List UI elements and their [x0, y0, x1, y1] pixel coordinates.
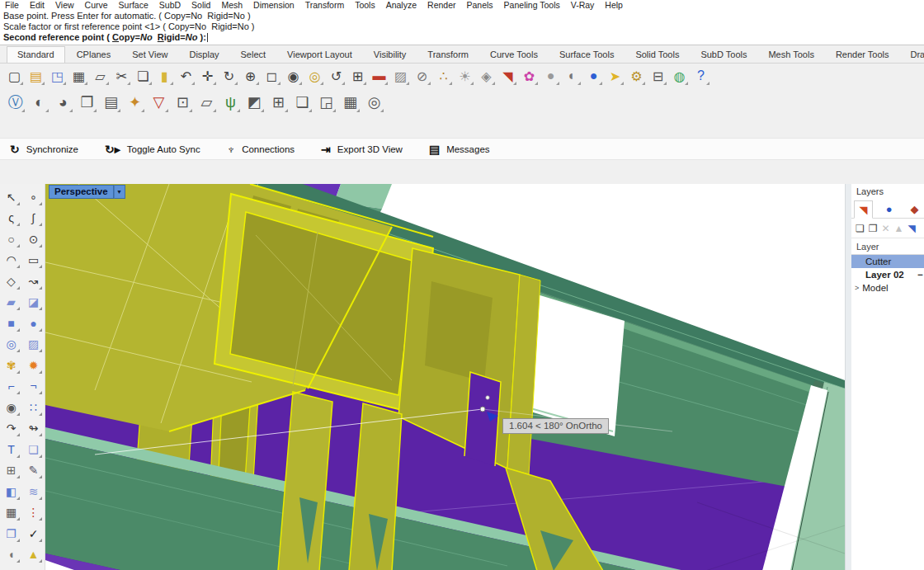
- render-history-icon[interactable]: ❐: [76, 92, 98, 114]
- clipper-icon[interactable]: ◩: [243, 92, 266, 114]
- surface-from-curves-tool[interactable]: ▨: [22, 334, 45, 356]
- extend-curve-tool[interactable]: ↷: [0, 418, 22, 440]
- tab-curve-tools[interactable]: Curve Tools: [480, 47, 548, 63]
- stack-views-icon[interactable]: ❏: [291, 92, 314, 114]
- tab-subd-tools[interactable]: SubD Tools: [691, 47, 757, 63]
- boolean-difference-tool[interactable]: ◖: [0, 544, 22, 566]
- viewport-dropdown-icon[interactable]: ▼: [114, 185, 125, 199]
- split-tool[interactable]: ¬: [22, 376, 45, 398]
- snap-grid-icon[interactable]: ⊟: [648, 66, 668, 87]
- menu-item-panels[interactable]: Panels: [467, 1, 493, 10]
- delete-layer-icon[interactable]: ✕: [882, 223, 890, 234]
- undo-icon[interactable]: ↶: [176, 66, 196, 87]
- zoom-window-icon[interactable]: ◻: [262, 66, 282, 87]
- menu-item-file[interactable]: File: [5, 1, 19, 10]
- frame-buffer-icon[interactable]: ▤: [100, 92, 122, 114]
- named-view-icon[interactable]: ▬: [369, 66, 389, 87]
- messages-button[interactable]: ▤Messages: [429, 143, 490, 156]
- menu-item-tools[interactable]: Tools: [355, 1, 375, 10]
- alert-cursor-icon[interactable]: ➤: [605, 66, 625, 87]
- tab-display[interactable]: Display: [179, 47, 229, 63]
- layers-panel-tab[interactable]: ◥: [854, 200, 873, 219]
- mesh-light-icon[interactable]: ▱: [196, 92, 218, 114]
- layer-filter-icon[interactable]: ◥: [908, 223, 915, 234]
- paste-icon[interactable]: ▮: [154, 66, 175, 87]
- asset-editor-icon[interactable]: ◐: [28, 92, 50, 114]
- tab-render-tools[interactable]: Render Tools: [826, 47, 899, 63]
- viewport-title[interactable]: Perspective ▼: [49, 185, 125, 199]
- toggle-auto-sync-button[interactable]: ↻▸Toggle Auto Sync: [105, 143, 200, 156]
- curve-boolean-tool[interactable]: ◉: [0, 397, 22, 418]
- menu-item-render[interactable]: Render: [427, 1, 455, 10]
- zoom-selected-icon[interactable]: ◉: [283, 66, 304, 87]
- cut-icon[interactable]: ✂: [111, 66, 132, 87]
- select-tool[interactable]: ↖: [0, 186, 22, 208]
- grid-split-icon[interactable]: ⊞: [267, 92, 290, 114]
- copy-icon[interactable]: ❏: [133, 66, 153, 87]
- undo-view-icon[interactable]: ↺: [326, 66, 346, 87]
- torus-tool[interactable]: ◎: [0, 334, 22, 356]
- zoom-icon[interactable]: ⊕: [240, 66, 261, 87]
- page-setup-icon[interactable]: ◲: [315, 92, 337, 114]
- sphere-tool[interactable]: ●: [22, 313, 45, 334]
- pan-icon[interactable]: ✛: [197, 66, 218, 87]
- vray-logo-icon[interactable]: Ⓥ: [4, 92, 26, 114]
- cone-tool[interactable]: ▲: [22, 544, 45, 566]
- tab-viewport-layout[interactable]: Viewport Layout: [277, 47, 362, 63]
- surface-plane-tool[interactable]: ▰: [0, 292, 22, 313]
- tab-cplanes[interactable]: CPlanes: [67, 47, 121, 63]
- export-3d-view-button[interactable]: ⇥Export 3D View: [321, 143, 403, 156]
- block-tool[interactable]: ⊞: [0, 460, 22, 482]
- curve-blend-tool[interactable]: ↝: [22, 271, 45, 292]
- rigid-option[interactable]: Rigid: [158, 32, 181, 43]
- point-markers-icon[interactable]: ∴: [433, 66, 454, 87]
- freeform-curve-tool[interactable]: ∫: [22, 208, 45, 229]
- render-preview-icon[interactable]: ◐: [562, 66, 582, 87]
- tab-standard[interactable]: Standard: [7, 46, 65, 63]
- polygon-tool[interactable]: ◇: [0, 271, 22, 292]
- layer-row-cutter[interactable]: Cutter: [851, 255, 924, 268]
- boolean-union-tool[interactable]: ✾: [0, 355, 22, 376]
- menu-item-subd[interactable]: SubD: [159, 1, 181, 10]
- menu-item-view[interactable]: View: [55, 1, 74, 10]
- menu-item-edit[interactable]: Edit: [30, 1, 45, 10]
- viewport-title-label[interactable]: Perspective: [49, 185, 114, 199]
- layer-row-model[interactable]: > Model: [851, 281, 924, 294]
- lamp-icon[interactable]: ☀: [455, 66, 475, 87]
- text-tool[interactable]: T: [0, 439, 22, 460]
- circle-tool[interactable]: ○: [0, 228, 22, 250]
- menu-item-transform[interactable]: Transform: [305, 1, 344, 10]
- menu-item-dimension[interactable]: Dimension: [253, 1, 295, 10]
- linear-array-tool[interactable]: ⋮: [22, 502, 45, 524]
- earth-icon[interactable]: ◍: [669, 66, 690, 87]
- new-file-icon[interactable]: ▢: [4, 66, 25, 87]
- menu-item-v-ray[interactable]: V-Ray: [571, 1, 595, 10]
- save-file-icon[interactable]: ◳: [47, 66, 68, 87]
- arc-tool[interactable]: ◠: [0, 250, 22, 271]
- menu-item-help[interactable]: Help: [605, 1, 623, 10]
- duplicate-layer-icon[interactable]: ❐: [869, 223, 878, 234]
- tab-surface-tools[interactable]: Surface Tools: [549, 47, 624, 63]
- color-wheel-icon[interactable]: ✿: [519, 66, 540, 87]
- tab-transform[interactable]: Transform: [417, 47, 478, 63]
- trim-tool[interactable]: ⌐: [0, 376, 22, 398]
- tab-solid-tools[interactable]: Solid Tools: [625, 47, 689, 63]
- copy-option[interactable]: Copy: [112, 32, 135, 43]
- tab-drafting[interactable]: Drafting: [901, 47, 924, 63]
- arrange-tool[interactable]: ❐: [0, 523, 22, 544]
- draw-plane-tool[interactable]: ✎: [22, 460, 45, 482]
- check-tool[interactable]: ✓: [22, 523, 45, 544]
- point-cloud-tool[interactable]: ∷: [22, 397, 45, 418]
- menu-item-solid[interactable]: Solid: [191, 1, 210, 10]
- options-gear-icon[interactable]: ⚙: [626, 66, 647, 87]
- box-tool[interactable]: ■: [0, 313, 22, 334]
- batch-table-icon[interactable]: ▦: [339, 92, 361, 114]
- proxy-box-icon[interactable]: ⊡: [172, 92, 194, 114]
- raytrace-icon[interactable]: ●: [583, 66, 604, 87]
- help-icon[interactable]: ?: [691, 66, 711, 87]
- layer-row-layer-02[interactable]: Layer 02 −: [851, 268, 924, 281]
- adjust-curve-tool[interactable]: ↬: [22, 418, 45, 440]
- tab-visibility[interactable]: Visibility: [364, 47, 417, 63]
- expand-icon[interactable]: >: [855, 284, 859, 292]
- extrude-tool[interactable]: ◧: [0, 481, 22, 502]
